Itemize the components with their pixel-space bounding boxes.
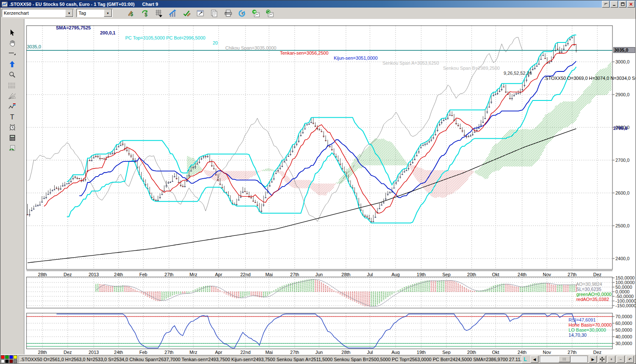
x-tick-label: 22nd: [240, 272, 251, 277]
chevron-down-icon[interactable]: ▼: [65, 9, 73, 17]
rsi-axis-label: 50,0000: [615, 327, 632, 332]
window-chart-number: Chart 9: [142, 2, 158, 7]
mode-letter: L: [524, 356, 527, 362]
legend-sma: SMA=2795,7525: [56, 25, 91, 30]
x-tick-label: 28th: [341, 272, 350, 277]
app-icon: [2, 2, 8, 7]
legend-ohlc: .STOXX50 O=3069,0 H=3074,0 N=3034,0 S=30…: [544, 76, 636, 81]
x-tick-label: Nov: [543, 272, 551, 277]
color-swatches[interactable]: [1, 355, 17, 363]
ao-value: AO=30,9824: [576, 282, 602, 287]
x-tick-label: 2013: [89, 272, 99, 277]
x-tick-label: Feb: [140, 272, 148, 277]
swatch[interactable]: [1, 359, 5, 363]
trend-up-icon[interactable]: [168, 9, 177, 18]
x-tick-label: Jul: [367, 272, 373, 277]
y-axis-label: 2500,0: [615, 223, 630, 228]
scroll-right-button[interactable]: ▶: [589, 356, 597, 363]
x-tick-label: Dez: [63, 272, 72, 277]
window-popout-icon[interactable]: [196, 9, 205, 18]
x-tick-label: Mrz: [190, 272, 197, 277]
y-axis-label: 3000,0: [615, 59, 630, 64]
swatch[interactable]: [5, 359, 9, 363]
x-tick-label: 27th: [164, 272, 173, 277]
x-tick-label: Aug: [391, 272, 400, 277]
grid-filter-icon[interactable]: [154, 9, 164, 18]
text-tool-icon[interactable]: T: [7, 113, 17, 121]
swatch[interactable]: [5, 355, 9, 359]
copy-document-icon[interactable]: [210, 9, 219, 18]
undo-button[interactable]: ↶: [626, 356, 634, 363]
fan-lines-tool-icon[interactable]: [7, 92, 17, 100]
legend-chikou: Chikou Span=3035,0000: [225, 45, 276, 50]
swatch[interactable]: [1, 355, 5, 359]
status-text: .STOXX50 O=2561,0 H=2563,0 N=2533,0 S=25…: [18, 355, 522, 363]
shade-button[interactable]: [602, 1, 610, 8]
x-tick-label: 20th: [467, 272, 476, 277]
fibonacci-tool-icon[interactable]: [7, 82, 17, 89]
alarm-tool-icon[interactable]: [7, 124, 17, 131]
ao-green-value: greenAO=0,0000: [576, 292, 612, 297]
swatch[interactable]: [9, 359, 13, 363]
scroll-left-button[interactable]: ◀: [530, 356, 538, 363]
period-value: Tag: [77, 11, 104, 16]
rsi-hi-value: Hohe Basis=70,0000: [569, 322, 612, 327]
pointer-icon[interactable]: [7, 29, 17, 37]
chevron-down-icon[interactable]: ▼: [104, 9, 112, 17]
x-tick-label: Jun: [315, 272, 323, 277]
title-bar[interactable]: .STOXX50 - EU Stocks 50 cash, Euro - 1 T…: [0, 0, 636, 8]
svg-text:$: $: [145, 12, 148, 18]
x-tick-label: 24th: [517, 272, 526, 277]
swatch[interactable]: [9, 355, 13, 359]
period-combobox[interactable]: Tag ▼: [77, 9, 113, 17]
arrow-up-tool-icon[interactable]: [7, 61, 17, 68]
chart-type-combobox[interactable]: Kerzenchart ▼: [2, 9, 74, 17]
zoom-in-button[interactable]: +: [607, 356, 615, 363]
rsi-legend: RSI=47,6091 Hohe Basis=70,0000 LO Base=3…: [561, 312, 612, 343]
swatch[interactable]: [13, 359, 17, 363]
rsi-axis-label: 40,0000: [615, 334, 632, 339]
rsi-axis-label: 70,0000: [615, 314, 632, 319]
page-refresh-tool-icon[interactable]: [7, 145, 17, 152]
money-refresh-icon[interactable]: $: [140, 9, 150, 18]
money-edit-icon[interactable]: $: [127, 9, 136, 18]
zoom-out-button[interactable]: −: [617, 356, 625, 363]
maximize-button[interactable]: [619, 1, 626, 8]
chart-canvas[interactable]: 28th28thDezDez2013201324th24thFebFeb27th…: [24, 19, 636, 356]
indicator-path-tool-icon[interactable]: [7, 103, 17, 110]
scrollbar-thumb[interactable]: [559, 356, 570, 362]
scrollbar-track[interactable]: [540, 356, 588, 363]
chart-area: 28th28thDezDez2013201324th24thFebFeb27th…: [24, 19, 636, 356]
rsi-params: 14,70,30: [569, 332, 587, 338]
main-legend: SMA=2795,7525 200,0,1 PC Top=3105,5000 P…: [24, 20, 636, 26]
tool-palette: T: [0, 19, 24, 356]
legend-kijun: Kijun-sen=3051,0000: [334, 55, 377, 61]
x-tick-label: Mai: [265, 272, 273, 277]
publish-chart-icon[interactable]: [265, 9, 274, 18]
refresh-clock-icon[interactable]: [238, 9, 247, 18]
ao-legend: AO=30,9824 SL=30,6235 greenAO=0,0000 red…: [569, 277, 612, 307]
y-axis-label: 2900,0: [615, 92, 630, 97]
status-bar: .STOXX50 O=2561,0 H=2563,0 N=2533,0 S=25…: [0, 354, 636, 364]
legend-sma-params: 200,0,1: [100, 30, 116, 35]
legend-tenkan: Tenkan-sen=3056,2500: [280, 50, 328, 55]
ao-red-value: redAO=35,0382: [576, 297, 609, 302]
rsi-value: RSI=47,6091: [569, 317, 596, 322]
export-chart-icon[interactable]: [251, 9, 261, 18]
ao-axis-label: -150,0000: [615, 303, 636, 308]
close-button[interactable]: [627, 1, 635, 8]
print-icon[interactable]: [224, 9, 233, 18]
price-axis-marker: 3035,0: [613, 47, 635, 53]
hand-pan-icon[interactable]: [7, 40, 17, 47]
minimize-button[interactable]: [610, 1, 618, 8]
x-tick-label: 27th: [290, 272, 299, 277]
line-tool-icon[interactable]: [7, 50, 17, 58]
x-tick-label: 28th: [38, 272, 47, 277]
chart-type-value: Kerzenchart: [2, 11, 65, 16]
edit-apply-icon[interactable]: [182, 9, 191, 18]
price-line-label: 3035,0: [27, 44, 41, 49]
swatch[interactable]: [13, 355, 17, 359]
calculator-tool-icon[interactable]: [7, 134, 17, 142]
zoom-tool-icon[interactable]: [7, 71, 17, 79]
pan-button[interactable]: [598, 356, 606, 363]
